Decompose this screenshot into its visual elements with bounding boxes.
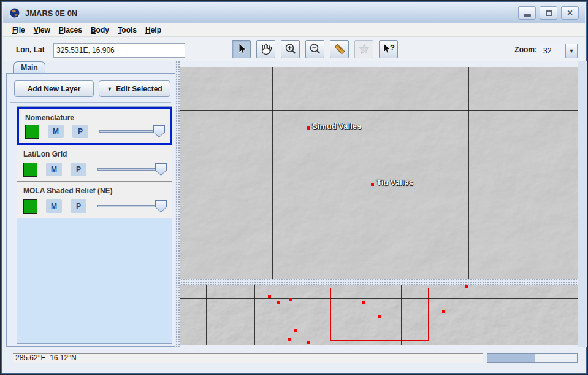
main-map[interactable]: Simud VallesTiu Valles [180,67,578,279]
menu-places[interactable]: Places [55,24,86,36]
zoom-select[interactable]: 32 ▼ [540,44,578,58]
pan-hand-icon [259,42,273,56]
layer-opacity-slider[interactable] [98,125,165,138]
feature-label: Tiu Valles [376,178,413,187]
latlon-grid-line [500,285,500,345]
window-title: JMARS 0E 0N [25,9,77,18]
layer-p-toggle[interactable]: P [72,125,88,138]
feature-marker [371,183,374,186]
feature-marker [307,126,310,130]
feature-marker [307,341,310,344]
zoom-in-tool-button[interactable] [281,40,300,58]
zoom-out-icon [308,42,322,56]
select-tool-button[interactable] [232,40,251,58]
latlon-grid-line [304,285,304,345]
feature-marker [289,298,292,301]
zoom-out-tool-button[interactable] [305,40,324,58]
cursor-arrow-icon [235,42,248,56]
feature-marker [294,329,297,332]
vertical-splitter[interactable] [175,61,180,347]
feature-marker [378,315,381,318]
map-right-margin [578,61,588,347]
layer-p-toggle[interactable]: P [71,199,86,213]
latlon-grid-line [353,285,353,345]
latlon-grid-line [549,285,549,345]
layer-opacity-slider[interactable] [96,199,167,213]
layer-color-swatch[interactable] [23,163,37,177]
chevron-down-icon: ▼ [569,48,575,54]
layer-card[interactable]: Lat/Lon Grid M P [17,145,172,182]
layer-name: Lat/Lon Grid [17,145,172,158]
overview-map[interactable] [180,285,578,345]
menu-help[interactable]: Help [141,24,166,36]
viewport-rectangle[interactable] [330,288,429,341]
layer-manager-panel: Add New Layer ▼ Edit Selected Nomenclatu… [6,73,175,347]
tab-main[interactable]: Main [13,61,45,74]
memory-meter-fill [487,354,535,362]
pan-tool-button[interactable] [256,40,275,58]
menu-file[interactable]: File [8,24,29,36]
add-new-layer-button[interactable]: Add New Layer [14,80,94,97]
chevron-down-icon: ▼ [107,86,112,92]
slider-thumb[interactable] [155,163,167,176]
menu-bar: FileViewPlacesBodyToolsHelp [3,23,585,37]
latlon-grid-line [468,67,469,279]
feature-marker [465,285,468,288]
svg-text:?: ? [390,43,395,52]
horizontal-splitter[interactable] [180,279,578,285]
edit-selected-button[interactable]: ▼ Edit Selected [99,80,170,97]
close-button[interactable]: ✕ [561,6,579,20]
layer-color-swatch[interactable] [25,125,39,139]
latlon-grid-line [180,298,578,299]
layer-card[interactable]: Nomenclature M P [17,107,172,145]
layer-card[interactable]: MOLA Shaded Relief (NE) M P [17,182,172,218]
ruler-icon [333,42,346,56]
app-globe-icon [9,7,20,18]
zoom-dropdown-button[interactable]: ▼ [565,44,577,58]
zoom-value: 32 [540,44,565,58]
title-bar[interactable]: JMARS 0E 0N ✕ [3,3,585,23]
memory-meter [487,353,578,363]
maximize-button[interactable] [540,6,557,20]
latlon-grid-line [180,110,578,111]
help-cursor-icon: ? [381,42,396,56]
feature-label: Simud Valles [312,122,361,131]
layer-p-toggle[interactable]: P [71,163,86,176]
layer-name: MOLA Shaded Relief (NE) [17,182,172,195]
slider-thumb[interactable] [155,200,167,212]
minimize-button[interactable] [518,6,536,20]
layer-m-toggle[interactable]: M [48,125,64,138]
layer-m-toggle[interactable]: M [46,199,62,213]
cursor-coordinates: 285.62°E 16.12°N [13,353,483,363]
feature-marker [268,295,271,298]
layer-opacity-slider[interactable] [96,163,167,176]
stamp-tool-button [354,40,373,58]
feature-marker [362,301,365,304]
latlon-grid-line [451,285,451,345]
latlon-grid-line [206,285,207,345]
latlon-grid-line [401,285,402,345]
lonlat-label: Lon, Lat [16,42,45,58]
zoom-label: Zoom: [503,42,537,58]
layer-color-swatch[interactable] [23,199,37,214]
feature-marker [277,301,280,304]
measure-tool-button[interactable] [330,40,349,58]
layer-name: Nomenclature [19,109,170,122]
layer-list: Nomenclature M P Lat/Lon Grid M P [17,106,172,344]
menu-view[interactable]: View [29,24,55,36]
lonlat-input[interactable] [53,43,185,58]
menu-body[interactable]: Body [86,24,113,36]
layer-m-toggle[interactable]: M [46,163,62,176]
feature-marker [288,338,291,341]
star-icon [357,42,371,56]
feature-marker [442,310,445,313]
latlon-grid-line [254,285,255,345]
menu-tools[interactable]: Tools [113,24,141,36]
zoom-in-icon [284,42,297,56]
separator [10,102,171,103]
slider-thumb[interactable] [153,125,165,137]
jmars-window: JMARS 0E 0N ✕ FileViewPlacesBodyToolsHel… [0,0,588,375]
investigate-tool-button[interactable]: ? [379,40,398,58]
latlon-grid-line [272,67,273,279]
